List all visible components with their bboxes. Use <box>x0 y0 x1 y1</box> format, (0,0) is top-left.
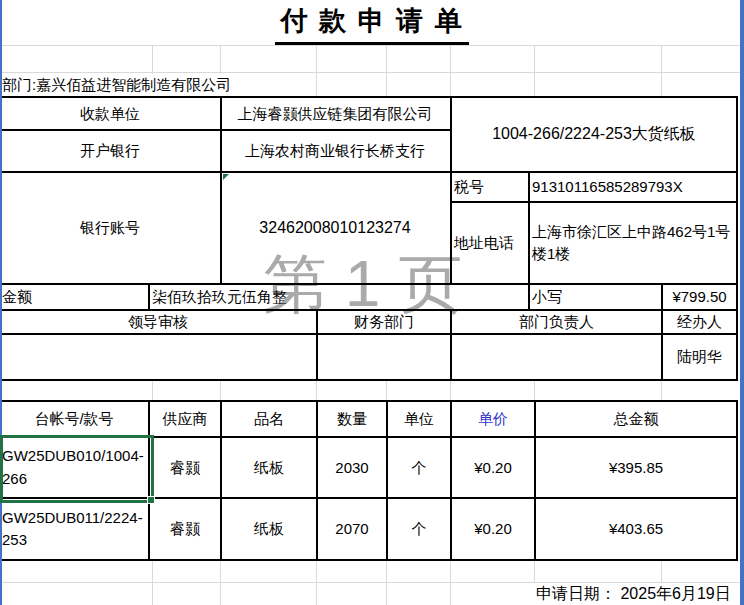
row1-qty[interactable]: 2030 <box>318 438 386 497</box>
page-break-line-left <box>0 0 2 605</box>
header-qty: 数量 <box>318 402 386 436</box>
row2-total[interactable]: ¥403.65 <box>536 499 736 559</box>
address-value[interactable]: 上海市徐汇区上中路462号1号楼1楼 <box>532 203 734 283</box>
row1-supplier[interactable]: 睿颢 <box>150 438 220 497</box>
row2-account-no[interactable]: GW25DUB011/2224-253 <box>2 499 146 559</box>
leader-review-label: 领导审核 <box>0 311 316 333</box>
row2-unit-price[interactable]: ¥0.20 <box>452 499 534 559</box>
header-product: 品名 <box>222 402 316 436</box>
page-break-line-right <box>740 0 744 605</box>
row1-total[interactable]: ¥395.85 <box>536 438 736 497</box>
amount-small-label: 小写 <box>532 285 659 309</box>
department-line: 部门:嘉兴佰益进智能制造有限公司 <box>2 74 235 96</box>
header-supplier: 供应商 <box>150 402 220 436</box>
tax-no-label: 税号 <box>454 173 526 201</box>
bank-label: 开户银行 <box>0 131 220 171</box>
row1-unit-price[interactable]: ¥0.20 <box>452 438 534 497</box>
amount-value[interactable]: ¥799.50 <box>663 285 736 309</box>
row2-supplier[interactable]: 睿颢 <box>150 499 220 559</box>
tax-no-value[interactable]: 91310116585289793X <box>532 173 736 201</box>
payee-value[interactable]: 上海睿颢供应链集团有限公司 <box>222 98 448 129</box>
cell-error-indicator-icon <box>223 174 229 180</box>
selected-cell-border[interactable] <box>0 435 154 503</box>
row2-product[interactable]: 纸板 <box>222 499 316 559</box>
account-label: 银行账号 <box>0 173 220 283</box>
row2-qty[interactable]: 2070 <box>318 499 386 559</box>
finance-dept-label: 财务部门 <box>318 311 450 333</box>
page-title: 付 款 申 请 单 <box>0 3 744 45</box>
bank-value[interactable]: 上海农村商业银行长桥支行 <box>222 131 448 171</box>
header-total: 总金额 <box>536 402 736 436</box>
order-note[interactable]: 1004-266/2224-253大货纸板 <box>452 98 736 171</box>
address-label: 地址电话 <box>454 203 526 283</box>
row2-unit[interactable]: 个 <box>388 499 450 559</box>
header-account-no: 台帐号/款号 <box>0 402 148 436</box>
payee-label: 收款单位 <box>0 98 220 129</box>
header-unit: 单位 <box>388 402 450 436</box>
amount-in-words[interactable]: 柒佰玖拾玖元伍角整 <box>152 285 526 309</box>
fill-handle[interactable] <box>147 496 155 504</box>
row1-unit[interactable]: 个 <box>388 438 450 497</box>
row1-product[interactable]: 纸板 <box>222 438 316 497</box>
header-unit-price: 单价 <box>452 402 534 436</box>
page-title-text: 付 款 申 请 单 <box>275 3 468 45</box>
amount-label: 金额 <box>2 285 146 309</box>
apply-date[interactable]: 申请日期： 2025年6月19日 <box>536 583 738 605</box>
dept-head-label: 部门负责人 <box>452 311 661 333</box>
account-value[interactable]: 32462008010123274 <box>222 173 448 283</box>
handler-name[interactable]: 陆明华 <box>663 335 736 379</box>
handler-label: 经办人 <box>663 311 736 333</box>
